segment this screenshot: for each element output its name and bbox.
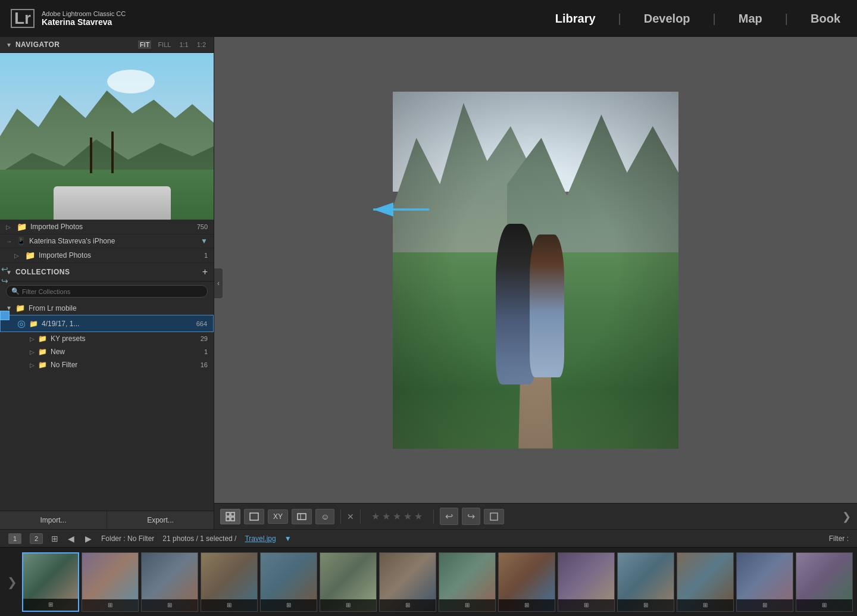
filmstrip-thumb-5[interactable]: ⊞ bbox=[260, 552, 317, 612]
filmstrip-thumb-6[interactable]: ⊞ bbox=[320, 552, 377, 612]
nav-back-arrow[interactable]: ◀ bbox=[67, 533, 76, 545]
compare-view-button[interactable]: XY bbox=[268, 509, 288, 524]
navigator-collapse-icon[interactable]: ▼ bbox=[6, 42, 12, 48]
folder-imported-photos-sub[interactable]: ▷ 📁 Imported Photos 1 bbox=[0, 248, 214, 263]
filmstrip-thumb-4[interactable]: ⊞ bbox=[201, 552, 258, 612]
collections-list: ▼ 📁 From Lr mobile ◎ 📁 4/19/17, 1... 664 bbox=[0, 301, 214, 511]
thumb-badge-6: ⊞ bbox=[320, 599, 376, 611]
panel-bottom-buttons: Import... Export... bbox=[0, 511, 214, 529]
nav-develop[interactable]: Develop bbox=[639, 10, 695, 28]
toolbar-sep-1 bbox=[340, 509, 341, 524]
app-info: Adobe Lightroom Classic CC Katerina Stav… bbox=[42, 10, 126, 27]
export-button[interactable]: Export... bbox=[107, 511, 214, 529]
survey-view-button[interactable] bbox=[292, 509, 312, 524]
thumb-badge-14: ⊞ bbox=[796, 599, 852, 611]
svg-rect-1 bbox=[226, 512, 230, 516]
top-bar: Lr Adobe Lightroom Classic CC Katerina S… bbox=[0, 0, 857, 37]
photo-toolbar: XY ☺ ✕ ★ ★ ★ ★ ★ ↩ ↪ bbox=[214, 503, 857, 529]
group-label-lr-mobile: From Lr mobile bbox=[29, 304, 208, 312]
top-nav: Library | Develop | Map | Book bbox=[551, 10, 845, 28]
filmstrip-thumb-12[interactable]: ⊞ bbox=[677, 552, 734, 612]
filmstrip: ❯ ⊞ ⊞ ⊞ ⊞ ⊞ ⊞ ⊞ ⊞ ⊞ bbox=[0, 547, 857, 616]
star-5[interactable]: ★ bbox=[414, 511, 423, 522]
folder-iphone-device[interactable]: → 📱 Katerina Stavreva's iPhone ▼ bbox=[0, 234, 214, 248]
filmstrip-thumb-7[interactable]: ⊞ bbox=[379, 552, 436, 612]
filter-collections-input[interactable] bbox=[22, 288, 202, 295]
thumb-badge-5: ⊞ bbox=[261, 599, 317, 611]
thumb-badge-8: ⊞ bbox=[439, 599, 495, 611]
filmstrip-thumb-2[interactable]: ⊞ bbox=[82, 552, 139, 612]
filmstrip-thumb-10[interactable]: ⊞ bbox=[558, 552, 615, 612]
crop-button[interactable] bbox=[484, 509, 504, 524]
loupe-view-button[interactable] bbox=[244, 509, 264, 524]
sync-down-arrow[interactable]: ↪ bbox=[1, 276, 8, 286]
star-3[interactable]: ★ bbox=[393, 511, 401, 522]
star-rating: ★ ★ ★ ★ ★ bbox=[371, 511, 423, 522]
collection-item-new[interactable]: ▷ 📁 New 1 bbox=[0, 345, 214, 358]
app-branding: Lr Adobe Lightroom Classic CC Katerina S… bbox=[12, 8, 126, 29]
group-folder-icon: 📁 bbox=[15, 304, 25, 312]
dropdown-arrow[interactable]: ▼ bbox=[284, 534, 292, 543]
ci-count-4-19-17: 664 bbox=[196, 320, 207, 327]
preview-palm1 bbox=[90, 137, 92, 173]
filmstrip-scroll-left[interactable]: ❯ bbox=[5, 573, 20, 592]
star-2[interactable]: ★ bbox=[382, 511, 390, 522]
star-1[interactable]: ★ bbox=[371, 511, 380, 522]
view-1-1[interactable]: 1:1 bbox=[177, 40, 190, 49]
filmstrip-thumb-8[interactable]: ⊞ bbox=[439, 552, 496, 612]
rotate-left-button[interactable]: ↩ bbox=[440, 508, 458, 525]
import-button[interactable]: Import... bbox=[0, 511, 107, 529]
preview-scene bbox=[0, 53, 214, 220]
navigator-preview bbox=[0, 53, 214, 220]
filmstrip-thumb-3[interactable]: ⊞ bbox=[141, 552, 198, 612]
collection-item-4-19-17[interactable]: ◎ 📁 4/19/17, 1... 664 bbox=[0, 315, 214, 332]
filmstrip-thumb-1[interactable]: ⊞ bbox=[22, 552, 79, 612]
collection-item-no-filter[interactable]: ▷ 📁 No Filter 16 bbox=[0, 358, 214, 371]
collection-item-ky-presets[interactable]: ▷ 📁 KY presets 29 bbox=[0, 332, 214, 345]
navigator-title: Navigator bbox=[15, 40, 60, 49]
folder-imported-photos-main[interactable]: ▷ 📁 Imported Photos 750 bbox=[0, 220, 214, 234]
preview-car bbox=[54, 186, 171, 220]
face-view-button[interactable]: ☺ bbox=[315, 509, 334, 524]
filmstrip-thumb-9[interactable]: ⊞ bbox=[498, 552, 555, 612]
rotate-right-button[interactable]: ↪ bbox=[462, 508, 480, 525]
lr-logo-text: Lr bbox=[11, 9, 35, 28]
nav-library[interactable]: Library bbox=[551, 10, 600, 28]
collection-group-header-lr-mobile[interactable]: ▼ 📁 From Lr mobile bbox=[0, 301, 214, 315]
thumbnail-grid-icon[interactable]: ⊞ bbox=[51, 534, 58, 543]
filmstrip-thumb-14[interactable]: ⊞ bbox=[796, 552, 853, 612]
view-1-2[interactable]: 1:2 bbox=[195, 40, 208, 49]
collections-add-button[interactable]: + bbox=[202, 267, 208, 277]
sync-circle-icon: ◎ bbox=[17, 318, 26, 329]
svg-rect-2 bbox=[231, 512, 234, 516]
toolbar-sep-2 bbox=[360, 509, 361, 524]
page-2-button[interactable]: 2 bbox=[30, 533, 43, 544]
ci-count-no-filter: 16 bbox=[201, 361, 208, 368]
panel-collapse-button[interactable]: ‹ bbox=[214, 268, 223, 298]
filename-label[interactable]: Travel.jpg bbox=[245, 534, 276, 543]
filmstrip-thumb-11[interactable]: ⊞ bbox=[617, 552, 674, 612]
main-photo bbox=[393, 92, 678, 449]
sync-dropdown-icon[interactable]: ▼ bbox=[201, 237, 208, 245]
nav-book[interactable]: Book bbox=[806, 10, 845, 28]
star-4[interactable]: ★ bbox=[404, 511, 412, 522]
view-fill[interactable]: FILL bbox=[156, 40, 173, 49]
filmstrip-thumb-13[interactable]: ⊞ bbox=[736, 552, 793, 612]
nav-forward-arrow[interactable]: ▶ bbox=[84, 533, 93, 545]
page-1-button[interactable]: 1 bbox=[8, 533, 21, 544]
toolbar-expand-button[interactable]: ❯ bbox=[842, 510, 851, 523]
sync-up-arrow[interactable]: ↩ bbox=[1, 264, 8, 274]
flag-none-button[interactable]: ✕ bbox=[347, 512, 354, 521]
ci-count-new: 1 bbox=[204, 348, 208, 355]
view-fit[interactable]: FIT bbox=[138, 40, 152, 49]
app-name: Adobe Lightroom Classic CC bbox=[42, 10, 126, 17]
thumb-badge-3: ⊞ bbox=[142, 599, 198, 611]
annotation-arrow bbox=[363, 192, 434, 229]
thumb-badge-11: ⊞ bbox=[618, 599, 674, 611]
svg-rect-5 bbox=[250, 513, 258, 520]
nav-map[interactable]: Map bbox=[734, 10, 767, 28]
folder-icon: 📁 bbox=[17, 222, 27, 232]
grid-view-button[interactable] bbox=[220, 509, 240, 524]
ci-label-no-filter: No Filter bbox=[51, 361, 197, 369]
thumb-badge-10: ⊞ bbox=[558, 599, 614, 611]
